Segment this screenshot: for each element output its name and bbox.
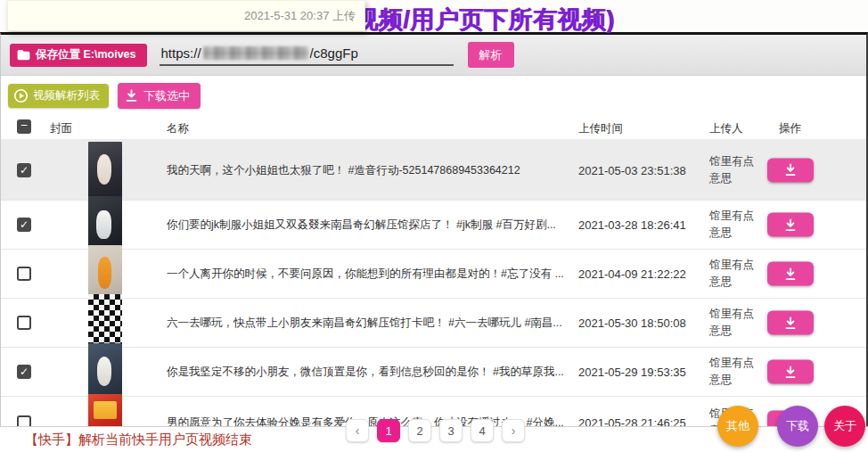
- action-toolbar: 视频解析列表 下载选中: [1, 76, 866, 116]
- upload-time: 2021-04-09 21:22:22: [578, 267, 686, 281]
- app-window: 保存位置 E:\moives https:///c8ggFp 解析 视频解析列表…: [0, 32, 868, 452]
- header-upload-time: 上传时间: [578, 121, 623, 136]
- upload-time: 2021-05-29 19:53:35: [578, 366, 686, 379]
- header-uploader: 上传人: [709, 121, 743, 136]
- table-row: 六一去哪玩，快点带上小朋友来南昌奇幻解压馆打卡吧！ #六一去哪玩儿 #南昌...…: [1, 299, 866, 348]
- upload-time-tooltip: 2021-5-31 20:37 上传: [7, 0, 365, 31]
- pagination-prev-button[interactable]: ‹: [346, 419, 369, 442]
- download-icon: [125, 89, 138, 103]
- header-cover: 封面: [50, 121, 72, 136]
- page-title: 视频/用户页下所有视频): [354, 4, 615, 36]
- about-fab-button[interactable]: 关于: [824, 406, 865, 447]
- video-name: 你们要的jk制服小姐姐又双叒叕来南昌奇幻解压馆探店了！ #jk制服 #百万好剧.…: [167, 218, 568, 233]
- uploader-name: 馆里有点意思: [709, 257, 765, 292]
- pagination-page-2[interactable]: 2: [408, 419, 431, 442]
- table-header: − 封面 名称 上传时间 上传人 操作: [1, 116, 866, 140]
- header-name: 名称: [167, 121, 189, 136]
- video-name: 六一去哪玩，快点带上小朋友来南昌奇幻解压馆打卡吧！ #六一去哪玩儿 #南昌...: [167, 316, 568, 331]
- download-icon: [783, 316, 798, 330]
- download-selected-button[interactable]: 下载选中: [118, 83, 201, 109]
- url-prefix: https://: [161, 45, 201, 61]
- download-fab-button[interactable]: 下载: [777, 406, 818, 447]
- folder-icon: [17, 49, 30, 61]
- row-download-button[interactable]: [767, 262, 814, 286]
- status-message: 【快手】解析当前快手用户页视频结束: [25, 431, 252, 448]
- upload-time: 2021-03-28 18:26:41: [578, 218, 686, 232]
- row-download-button[interactable]: [767, 311, 814, 335]
- pagination-next-button[interactable]: ›: [502, 419, 525, 442]
- row-download-button[interactable]: [767, 213, 814, 237]
- uploader-name: 馆里有点意思: [709, 355, 765, 390]
- pagination: ‹1234›: [346, 419, 525, 442]
- row-checkbox[interactable]: ✓: [17, 365, 31, 379]
- row-download-button[interactable]: [767, 158, 814, 182]
- video-name: 你是我坚定不移的小朋友，微信顶置是你，看到信息秒回的是你！ #我的草原我...: [167, 365, 568, 380]
- row-checkbox[interactable]: [17, 316, 31, 330]
- video-parse-list-label: 视频解析列表: [33, 88, 100, 103]
- other-fab-button[interactable]: 其他: [717, 406, 758, 447]
- download-icon: [783, 365, 798, 379]
- video-name: 我的天啊，这个小姐姐也太狠了吧！ #造音行动-52514786894533642…: [167, 162, 568, 177]
- upload-time: 2021-05-03 23:51:38: [578, 163, 686, 177]
- pagination-page-1[interactable]: 1: [377, 419, 400, 442]
- table-row: ✓我的天啊，这个小姐姐也太狠了吧！ #造音行动-5251478689453364…: [1, 140, 866, 201]
- row-checkbox[interactable]: ✓: [17, 218, 31, 232]
- url-input[interactable]: https:///c8ggFp: [160, 44, 454, 66]
- select-all-checkbox[interactable]: −: [17, 119, 31, 134]
- top-overlay-zone: 视频/用户页下所有视频) 2021-5-31 20:37 上传: [0, 0, 868, 32]
- download-icon: [783, 163, 798, 177]
- row-download-button[interactable]: [767, 360, 814, 384]
- table-row: ✓你是我坚定不移的小朋友，微信顶置是你，看到信息秒回的是你！ #我的草原我...…: [1, 348, 866, 397]
- download-icon: [783, 218, 798, 232]
- header-operation: 操作: [779, 121, 801, 136]
- pagination-page-3[interactable]: 3: [439, 419, 463, 442]
- uploader-name: 馆里有点意思: [709, 208, 765, 242]
- url-suffix: /c8ggFp: [310, 45, 358, 61]
- uploader-name: 馆里有点意思: [709, 306, 765, 341]
- video-thumbnail[interactable]: [88, 343, 122, 400]
- upload-time: 2021-05-30 18:50:08: [578, 316, 686, 330]
- table-row: 一个人离开你的时候，不要问原因，你能想到的所有理由都是对的！#忘了没有 ...2…: [1, 250, 866, 299]
- download-selected-label: 下载选中: [143, 88, 190, 104]
- table-row: ✓你们要的jk制服小姐姐又双叒叕来南昌奇幻解压馆探店了！ #jk制服 #百万好剧…: [1, 201, 866, 250]
- video-thumbnail[interactable]: [88, 142, 122, 199]
- save-location-label: 保存位置 E:\moives: [36, 47, 136, 62]
- url-censored-blur: [203, 46, 308, 60]
- parse-button[interactable]: 解析: [468, 42, 514, 68]
- download-icon: [783, 267, 798, 281]
- video-name: 一个人离开你的时候，不要问原因，你能想到的所有理由都是对的！#忘了没有 ...: [167, 267, 568, 282]
- video-parse-list-button[interactable]: 视频解析列表: [8, 84, 109, 108]
- row-checkbox[interactable]: [17, 267, 31, 281]
- play-circle-icon: [13, 88, 29, 103]
- save-location-button[interactable]: 保存位置 E:\moives: [10, 44, 147, 67]
- pagination-page-4[interactable]: 4: [471, 419, 494, 442]
- video-table-body: ✓我的天啊，这个小姐姐也太狠了吧！ #造音行动-5251478689453364…: [1, 140, 866, 448]
- parse-toolbar: 保存位置 E:\moives https:///c8ggFp 解析: [1, 35, 866, 76]
- uploader-name: 馆里有点意思: [709, 152, 765, 187]
- row-checkbox[interactable]: ✓: [17, 163, 31, 177]
